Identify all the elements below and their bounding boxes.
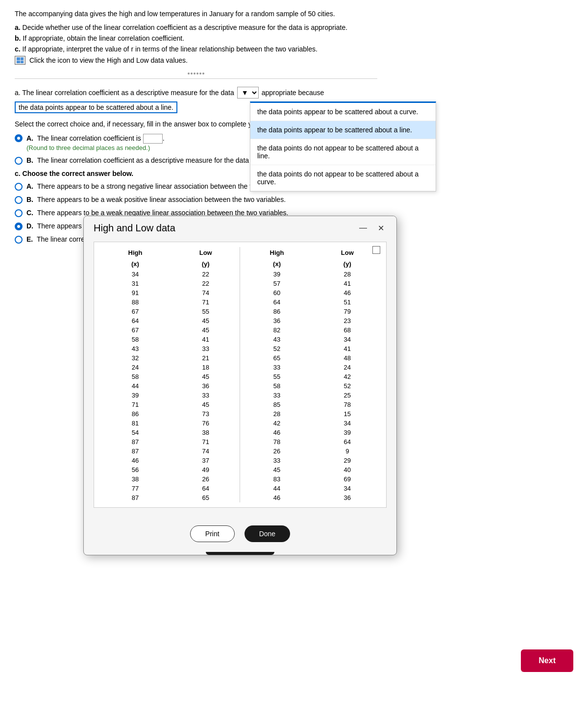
radio-c-c[interactable] (15, 209, 23, 217)
table-cell: 34 (314, 335, 381, 344)
col-high1-header: High (99, 247, 172, 258)
table-cell: 38 (99, 474, 172, 484)
table-cell: 81 (99, 419, 172, 428)
question-a: a. Decide whether use of the linear corr… (15, 24, 377, 31)
table-cell: 26 (172, 474, 240, 484)
table-cell: 91 (99, 288, 172, 298)
dropdown-option-2[interactable]: the data points appear to be scattered a… (250, 121, 436, 139)
appropriate-text: appropriate because (262, 89, 324, 97)
next-button[interactable]: Next (521, 649, 573, 672)
table-cell: 60 (240, 288, 314, 298)
table-cell: 39 (99, 391, 172, 400)
done-button[interactable]: Done (245, 525, 290, 542)
table-cell: 78 (240, 437, 314, 447)
table-cell: 24 (314, 363, 381, 372)
table-cell: 58 (99, 372, 172, 381)
table-row: 34223928 (99, 270, 381, 279)
option-a-text: The linear correlation coefficient is (37, 134, 141, 142)
table-cell: 52 (314, 381, 381, 391)
table-cell: 43 (99, 344, 172, 353)
option-a-hint: (Round to three decimal places as needed… (26, 144, 150, 151)
modal-close-button[interactable]: ✕ (375, 222, 387, 234)
table-cell: 71 (172, 298, 240, 307)
copy-icon[interactable] (372, 246, 380, 254)
table-row: 81764234 (99, 419, 381, 428)
table-cell: 56 (99, 465, 172, 474)
table-cell: 33 (240, 456, 314, 465)
col-high2-subheader: (x) (240, 258, 314, 270)
part-c-a-label: A. (26, 182, 33, 190)
table-cell: 57 (240, 279, 314, 288)
modal-body: High Low High Low (x) (y) (x) (y) 342239… (84, 238, 396, 518)
table-cell: 68 (314, 325, 381, 335)
table-row: 8774269 (99, 447, 381, 456)
dropdown-option-4[interactable]: the data points do not appear to be scat… (250, 165, 436, 191)
table-cell: 26 (240, 447, 314, 456)
table-cell: 36 (314, 493, 381, 502)
appropriate-dropdown[interactable]: ▼ (237, 87, 259, 99)
table-cell: 44 (240, 484, 314, 493)
modal-title: High and Low data (94, 223, 175, 234)
table-cell: 85 (240, 400, 314, 409)
radio-b-b[interactable] (15, 157, 23, 165)
answer-highlighted[interactable]: the data points appear to be scattered a… (15, 101, 177, 113)
table-cell: 21 (172, 353, 240, 363)
table-cell: 48 (314, 353, 381, 363)
table-cell: 29 (314, 456, 381, 465)
table-row: 77644434 (99, 484, 381, 493)
dropdown-option-3[interactable]: the data points do not appear to be scat… (250, 139, 436, 165)
modal-minimize-button[interactable]: — (357, 222, 369, 234)
table-cell: 45 (172, 316, 240, 325)
table-cell: 40 (314, 465, 381, 474)
table-row: 46373329 (99, 456, 381, 465)
radio-c-a[interactable] (15, 183, 23, 191)
table-cell: 78 (314, 400, 381, 409)
radio-c-d[interactable] (15, 223, 23, 230)
table-cell: 34 (314, 419, 381, 428)
data-table-icon[interactable] (15, 56, 25, 65)
radio-c-e[interactable] (15, 236, 23, 244)
table-cell: 82 (240, 325, 314, 335)
table-cell: 71 (172, 437, 240, 447)
table-cell: 86 (99, 409, 172, 419)
table-row: 31225741 (99, 279, 381, 288)
part-c-b-label: B. (26, 196, 33, 203)
part-c-e-label: E. (26, 235, 33, 243)
radio-b-a[interactable] (15, 134, 23, 142)
col-low1-subheader: (y) (172, 258, 240, 270)
modal-controls: — ✕ (357, 222, 387, 234)
table-cell: 25 (314, 391, 381, 400)
option-a-label: A. (26, 134, 33, 142)
table-cell: 18 (172, 363, 240, 372)
table-row: 67558679 (99, 307, 381, 316)
part-a-label: a. The linear correlation coefficient as… (15, 89, 234, 97)
table-cell: 22 (172, 279, 240, 288)
table-cell: 58 (99, 335, 172, 344)
click-icon-text: Click the icon to view the High and Low … (29, 56, 188, 64)
drag-handle (15, 73, 377, 75)
data-table: High Low High Low (x) (y) (x) (y) 342239… (99, 247, 381, 502)
table-cell: 42 (314, 372, 381, 381)
table-row: 86732815 (99, 409, 381, 419)
table-cell: 39 (240, 270, 314, 279)
table-cell: 36 (240, 316, 314, 325)
table-cell: 45 (172, 400, 240, 409)
table-cell: 41 (172, 335, 240, 344)
print-button[interactable]: Print (190, 525, 235, 542)
col-low1-header: Low (172, 247, 240, 258)
table-cell: 33 (172, 344, 240, 353)
table-cell: 28 (314, 270, 381, 279)
table-cell: 65 (172, 493, 240, 502)
table-cell: 64 (99, 316, 172, 325)
radio-c-b[interactable] (15, 196, 23, 204)
table-cell: 65 (240, 353, 314, 363)
table-cell: 33 (240, 391, 314, 400)
table-cell: 76 (172, 419, 240, 428)
modal-bottom-bar (206, 552, 274, 555)
table-row: 43335241 (99, 344, 381, 353)
table-cell: 33 (240, 363, 314, 372)
question-b: b. If appropriate, obtain the linear cor… (15, 34, 377, 42)
dropdown-option-1[interactable]: the data points appear to be scattered a… (250, 103, 436, 121)
correlation-input[interactable] (143, 134, 163, 144)
table-cell: 46 (240, 493, 314, 502)
